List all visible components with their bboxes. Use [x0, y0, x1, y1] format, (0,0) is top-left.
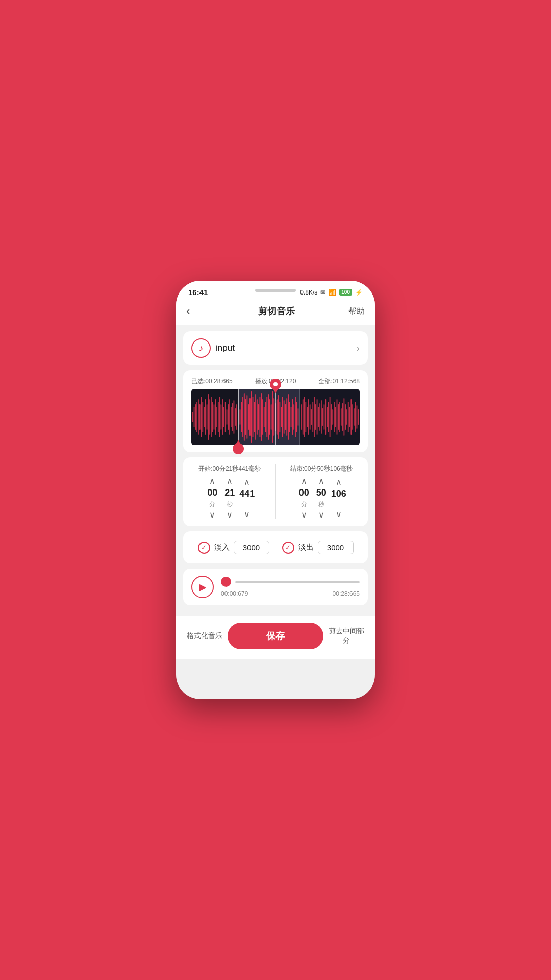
- svg-rect-76: [296, 402, 297, 432]
- svg-rect-65: [281, 407, 282, 427]
- svg-rect-109: [342, 403, 343, 431]
- end-time-label: 结束:00分50秒106毫秒: [283, 464, 360, 473]
- start-min-label: 分: [209, 500, 215, 509]
- svg-rect-55: [268, 394, 269, 440]
- start-sec-up[interactable]: ∧: [227, 477, 233, 485]
- svg-rect-50: [261, 393, 262, 441]
- svg-rect-56: [269, 399, 270, 435]
- waveform-container[interactable]: [191, 389, 360, 445]
- svg-rect-119: [357, 405, 358, 429]
- end-min-label: 分: [301, 500, 307, 509]
- svg-rect-35: [240, 409, 241, 425]
- time-editor-card: 开始:00分21秒441毫秒 ∧ 00 分 ∨ ∧ 21 秒 ∨: [183, 457, 368, 526]
- svg-rect-112: [346, 409, 347, 425]
- svg-rect-39: [245, 399, 246, 435]
- svg-rect-100: [330, 397, 331, 437]
- svg-rect-27: [229, 399, 230, 435]
- start-time-label: 开始:00分21秒441毫秒: [191, 464, 268, 473]
- svg-rect-47: [257, 399, 258, 435]
- player-card: ▶ 00:00:679 00:28:665: [183, 569, 368, 605]
- fade-out-check[interactable]: ✓: [282, 542, 294, 554]
- content-area: ♪ input › 已选:00:28:665 播放:00:22:120 全部:0…: [176, 325, 375, 616]
- svg-rect-9: [204, 407, 205, 427]
- status-bar: 16:41 0.8K/s ✉ 📶 100 ⚡: [176, 281, 375, 300]
- svg-rect-113: [348, 402, 349, 432]
- format-music-button[interactable]: 格式化音乐: [186, 631, 223, 641]
- end-ms-up[interactable]: ∧: [336, 478, 342, 486]
- start-ms-down[interactable]: ∨: [244, 510, 250, 519]
- svg-rect-4: [196, 402, 197, 432]
- file-name: input: [216, 343, 235, 353]
- svg-rect-10: [205, 399, 206, 435]
- svg-rect-118: [355, 402, 356, 432]
- end-min-up[interactable]: ∧: [301, 477, 307, 485]
- end-min-down[interactable]: ∨: [301, 511, 307, 519]
- message-icon: ✉: [320, 289, 325, 296]
- end-min-value: 00: [296, 487, 312, 498]
- svg-rect-104: [335, 407, 336, 427]
- svg-rect-12: [208, 394, 209, 440]
- svg-rect-40: [246, 395, 247, 439]
- file-left: ♪ input: [191, 338, 235, 358]
- end-sec-up[interactable]: ∧: [318, 477, 324, 485]
- total-time: 全部:01:12:568: [318, 377, 360, 386]
- play-button[interactable]: ▶: [191, 576, 214, 598]
- svg-rect-82: [304, 397, 305, 437]
- end-sec-down[interactable]: ∨: [318, 511, 324, 519]
- fade-in-label: 淡入: [214, 543, 230, 552]
- svg-rect-95: [322, 408, 323, 426]
- player-row: ▶ 00:00:679 00:28:665: [191, 576, 360, 598]
- svg-rect-67: [284, 400, 285, 434]
- save-button[interactable]: 保存: [228, 623, 324, 649]
- fade-out-input[interactable]: [318, 541, 354, 554]
- svg-point-122: [273, 382, 278, 386]
- start-ms-label: [246, 501, 248, 508]
- svg-marker-125: [235, 440, 241, 445]
- svg-rect-97: [325, 399, 326, 435]
- svg-rect-115: [350, 399, 352, 435]
- svg-rect-66: [282, 397, 283, 437]
- music-icon: ♪: [191, 338, 211, 358]
- end-time-controls: ∧ 00 分 ∨ ∧ 50 秒 ∨ ∧ 10: [283, 477, 360, 519]
- svg-rect-58: [272, 391, 273, 443]
- slider-row: [221, 577, 360, 587]
- start-ms-col: ∧ 441 ∨: [239, 478, 255, 519]
- fade-in-input[interactable]: [234, 541, 269, 554]
- svg-rect-93: [319, 403, 320, 431]
- svg-rect-116: [352, 404, 353, 430]
- svg-rect-114: [349, 407, 350, 427]
- slider-thumb[interactable]: [221, 577, 231, 587]
- end-min-col: ∧ 00 分 ∨: [296, 477, 312, 519]
- svg-rect-36: [241, 402, 242, 432]
- svg-rect-57: [271, 404, 272, 430]
- slider-track[interactable]: [235, 581, 360, 583]
- file-row[interactable]: ♪ input ›: [191, 338, 360, 358]
- svg-rect-64: [279, 402, 280, 432]
- fade-in-check[interactable]: ✓: [198, 542, 210, 554]
- start-sec-down[interactable]: ∨: [227, 511, 233, 519]
- start-ms-up[interactable]: ∧: [244, 478, 250, 486]
- svg-rect-80: [301, 404, 302, 430]
- start-min-up[interactable]: ∧: [209, 477, 215, 485]
- top-playhead: [270, 379, 281, 395]
- help-button[interactable]: 帮助: [348, 306, 365, 317]
- svg-rect-42: [249, 398, 251, 436]
- fade-card: ✓ 淡入 ✓ 淡出: [183, 531, 368, 564]
- svg-rect-32: [236, 404, 237, 430]
- trim-middle-button[interactable]: 剪去中间部分: [328, 627, 365, 645]
- svg-rect-45: [254, 402, 255, 432]
- svg-rect-111: [345, 404, 346, 430]
- svg-rect-53: [265, 402, 266, 432]
- svg-rect-26: [228, 404, 229, 430]
- svg-rect-117: [354, 408, 355, 426]
- svg-rect-44: [253, 397, 254, 437]
- svg-rect-106: [338, 404, 339, 430]
- back-button[interactable]: ‹: [186, 305, 205, 318]
- svg-rect-69: [286, 398, 287, 436]
- end-ms-down[interactable]: ∨: [336, 510, 342, 519]
- svg-rect-98: [327, 407, 328, 427]
- total-duration: 00:28:665: [333, 590, 360, 597]
- waveform-card: 已选:00:28:665 播放:00:22:120 全部:01:12:568: [183, 370, 368, 452]
- svg-rect-41: [248, 404, 249, 430]
- start-min-down[interactable]: ∨: [209, 511, 215, 519]
